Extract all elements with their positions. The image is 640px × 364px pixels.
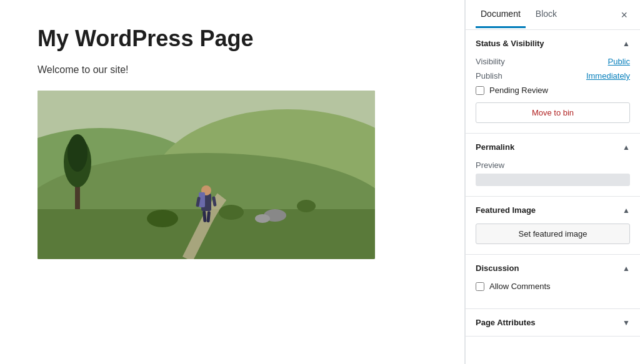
permalink-body: Preview (466, 160, 640, 196)
publish-row: Publish Immediately (476, 71, 630, 81)
pending-review-checkbox[interactable] (476, 86, 484, 95)
publish-value[interactable]: Immediately (586, 71, 630, 81)
allow-comments-row: Allow Comments (476, 282, 630, 291)
pending-review-row: Pending Review (476, 86, 630, 95)
allow-comments-checkbox[interactable] (476, 282, 484, 291)
section-featured-image: Featured Image ▲ Set featured image (466, 197, 640, 255)
section-page-attributes: Page Attributes ▼ (466, 309, 640, 337)
discussion-title: Discussion (476, 263, 519, 273)
set-featured-image-button[interactable]: Set featured image (476, 224, 630, 244)
tab-document[interactable]: Document (476, 1, 526, 28)
sidebar-tabs: Document Block × (466, 0, 640, 30)
discussion-chevron-up-icon: ▲ (622, 264, 630, 273)
visibility-row: Visibility Public (476, 57, 630, 66)
page-title: My WordPress Page (38, 25, 427, 52)
section-status-visibility-header[interactable]: Status & Visibility ▲ (466, 30, 640, 57)
section-status-visibility: Status & Visibility ▲ Visibility Public … (466, 30, 640, 134)
featured-image-title: Featured Image (476, 205, 536, 215)
status-visibility-title: Status & Visibility (476, 39, 544, 48)
svg-point-19 (297, 200, 316, 212)
permalink-chevron-up-icon: ▲ (622, 143, 630, 152)
section-permalink-header[interactable]: Permalink ▲ (466, 134, 640, 160)
discussion-body: Allow Comments (466, 282, 640, 308)
status-visibility-body: Visibility Public Publish Immediately Pe… (466, 57, 640, 133)
section-featured-image-header[interactable]: Featured Image ▲ (466, 197, 640, 224)
page-image (38, 91, 375, 259)
svg-point-17 (219, 205, 244, 220)
permalink-preview-bar (476, 174, 630, 186)
featured-image-body: Set featured image (466, 224, 640, 254)
chevron-up-icon: ▲ (622, 39, 630, 48)
svg-point-7 (68, 134, 88, 172)
close-button[interactable]: × (618, 7, 630, 23)
svg-point-18 (147, 210, 178, 227)
main-content: My WordPress Page Welcome to our site! (0, 0, 465, 364)
move-to-bin-button[interactable]: Move to bin (476, 102, 630, 123)
pending-review-label: Pending Review (489, 86, 548, 95)
tab-block[interactable]: Block (531, 1, 562, 28)
allow-comments-label: Allow Comments (489, 282, 551, 291)
publish-label: Publish (476, 71, 502, 81)
featured-image-chevron-up-icon: ▲ (622, 206, 630, 215)
visibility-value[interactable]: Public (608, 57, 630, 66)
page-attributes-title: Page Attributes (476, 318, 536, 327)
page-intro: Welcome to our site! (38, 64, 427, 76)
svg-point-9 (255, 214, 270, 223)
section-discussion-header[interactable]: Discussion ▲ (466, 255, 640, 282)
section-permalink: Permalink ▲ Preview (466, 134, 640, 197)
sidebar: Document Block × Status & Visibility ▲ V… (465, 0, 640, 364)
visibility-label: Visibility (476, 57, 505, 66)
permalink-title: Permalink (476, 142, 514, 152)
section-discussion: Discussion ▲ Allow Comments (466, 255, 640, 309)
permalink-preview-label: Preview (476, 160, 630, 170)
section-page-attributes-header[interactable]: Page Attributes ▼ (466, 309, 640, 336)
page-attributes-chevron-down-icon: ▼ (622, 318, 630, 327)
